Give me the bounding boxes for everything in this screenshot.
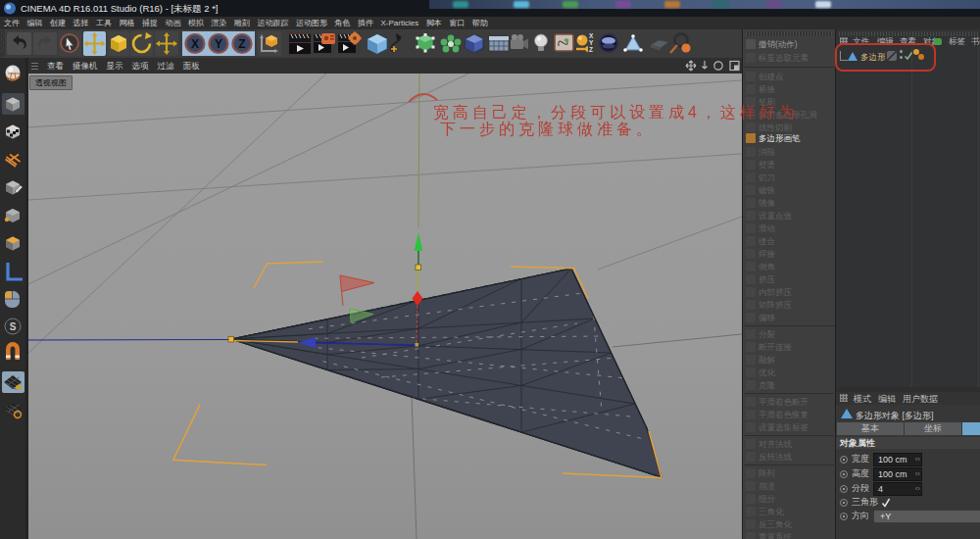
svg-text:X: X [589,32,594,39]
svg-text:S: S [10,321,17,332]
svg-text:Z: Z [589,46,593,53]
svg-text:Y: Y [215,37,222,51]
svg-text:Z: Z [238,37,245,51]
svg-text:X: X [191,37,199,51]
svg-text:Y: Y [589,39,594,46]
